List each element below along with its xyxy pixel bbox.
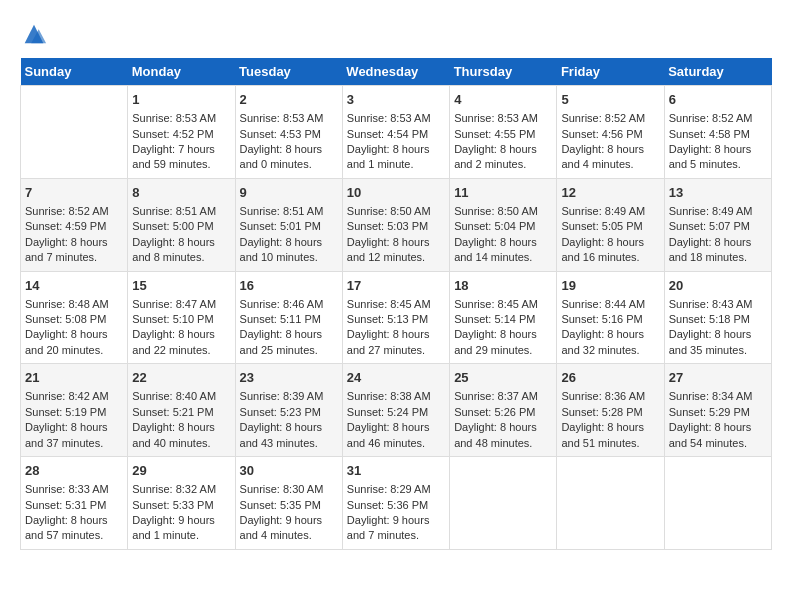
cell-content: Sunset: 5:31 PM [25, 498, 123, 513]
cell-content: Daylight: 8 hours [561, 420, 659, 435]
cell-content: Sunset: 5:29 PM [669, 405, 767, 420]
cell-content: Sunrise: 8:40 AM [132, 389, 230, 404]
cell-content: Sunset: 4:56 PM [561, 127, 659, 142]
cell-content: Sunset: 5:21 PM [132, 405, 230, 420]
day-number: 7 [25, 184, 123, 202]
cell-content: and 1 minute. [132, 528, 230, 543]
day-number: 23 [240, 369, 338, 387]
day-number: 5 [561, 91, 659, 109]
cell-content: Sunrise: 8:36 AM [561, 389, 659, 404]
cell-content: and 4 minutes. [561, 157, 659, 172]
day-of-week-header: Saturday [664, 58, 771, 86]
calendar-cell: 27Sunrise: 8:34 AMSunset: 5:29 PMDayligh… [664, 364, 771, 457]
day-number: 25 [454, 369, 552, 387]
cell-content: and 40 minutes. [132, 436, 230, 451]
cell-content: and 43 minutes. [240, 436, 338, 451]
cell-content: Sunrise: 8:49 AM [561, 204, 659, 219]
calendar-cell: 19Sunrise: 8:44 AMSunset: 5:16 PMDayligh… [557, 271, 664, 364]
cell-content: Sunset: 4:55 PM [454, 127, 552, 142]
cell-content: Sunrise: 8:33 AM [25, 482, 123, 497]
cell-content: Daylight: 8 hours [25, 513, 123, 528]
cell-content: and 16 minutes. [561, 250, 659, 265]
day-number: 9 [240, 184, 338, 202]
cell-content: and 14 minutes. [454, 250, 552, 265]
cell-content: Sunrise: 8:45 AM [347, 297, 445, 312]
cell-content: Sunset: 5:36 PM [347, 498, 445, 513]
cell-content: Daylight: 8 hours [561, 235, 659, 250]
day-number: 11 [454, 184, 552, 202]
day-number: 22 [132, 369, 230, 387]
calendar-cell [450, 457, 557, 550]
logo [20, 20, 50, 48]
cell-content: Sunrise: 8:53 AM [347, 111, 445, 126]
cell-content: and 10 minutes. [240, 250, 338, 265]
day-of-week-header: Tuesday [235, 58, 342, 86]
calendar-week-row: 1Sunrise: 8:53 AMSunset: 4:52 PMDaylight… [21, 86, 772, 179]
cell-content: Sunrise: 8:52 AM [561, 111, 659, 126]
cell-content: Sunset: 5:03 PM [347, 219, 445, 234]
cell-content: Sunrise: 8:45 AM [454, 297, 552, 312]
cell-content: and 12 minutes. [347, 250, 445, 265]
cell-content: Sunrise: 8:49 AM [669, 204, 767, 219]
cell-content: Sunset: 5:01 PM [240, 219, 338, 234]
day-number: 14 [25, 277, 123, 295]
page-header [20, 20, 772, 48]
cell-content: Daylight: 8 hours [669, 327, 767, 342]
day-number: 4 [454, 91, 552, 109]
day-of-week-header: Friday [557, 58, 664, 86]
calendar-week-row: 21Sunrise: 8:42 AMSunset: 5:19 PMDayligh… [21, 364, 772, 457]
cell-content: Sunset: 5:23 PM [240, 405, 338, 420]
cell-content: Sunrise: 8:46 AM [240, 297, 338, 312]
day-number: 1 [132, 91, 230, 109]
cell-content: Daylight: 8 hours [132, 327, 230, 342]
day-number: 2 [240, 91, 338, 109]
cell-content: and 29 minutes. [454, 343, 552, 358]
calendar-cell: 2Sunrise: 8:53 AMSunset: 4:53 PMDaylight… [235, 86, 342, 179]
cell-content: Daylight: 8 hours [240, 327, 338, 342]
cell-content: Sunrise: 8:53 AM [454, 111, 552, 126]
cell-content: Daylight: 8 hours [25, 235, 123, 250]
calendar-cell [21, 86, 128, 179]
cell-content: and 37 minutes. [25, 436, 123, 451]
cell-content: Sunrise: 8:32 AM [132, 482, 230, 497]
calendar-cell: 30Sunrise: 8:30 AMSunset: 5:35 PMDayligh… [235, 457, 342, 550]
calendar-cell: 5Sunrise: 8:52 AMSunset: 4:56 PMDaylight… [557, 86, 664, 179]
cell-content: Sunset: 5:07 PM [669, 219, 767, 234]
cell-content: and 25 minutes. [240, 343, 338, 358]
cell-content: and 22 minutes. [132, 343, 230, 358]
day-number: 10 [347, 184, 445, 202]
cell-content: Sunset: 5:19 PM [25, 405, 123, 420]
cell-content: Daylight: 8 hours [240, 142, 338, 157]
calendar-cell: 25Sunrise: 8:37 AMSunset: 5:26 PMDayligh… [450, 364, 557, 457]
day-number: 31 [347, 462, 445, 480]
cell-content: Daylight: 9 hours [347, 513, 445, 528]
calendar-cell: 8Sunrise: 8:51 AMSunset: 5:00 PMDaylight… [128, 178, 235, 271]
logo-icon [20, 20, 48, 48]
day-number: 15 [132, 277, 230, 295]
calendar-cell: 18Sunrise: 8:45 AMSunset: 5:14 PMDayligh… [450, 271, 557, 364]
cell-content: Daylight: 8 hours [669, 235, 767, 250]
cell-content: Daylight: 9 hours [132, 513, 230, 528]
cell-content: Sunset: 5:24 PM [347, 405, 445, 420]
cell-content: Sunrise: 8:50 AM [454, 204, 552, 219]
cell-content: Sunrise: 8:50 AM [347, 204, 445, 219]
cell-content: Sunset: 4:59 PM [25, 219, 123, 234]
cell-content: Daylight: 8 hours [25, 420, 123, 435]
cell-content: and 20 minutes. [25, 343, 123, 358]
cell-content: Daylight: 8 hours [454, 327, 552, 342]
cell-content: Sunset: 4:58 PM [669, 127, 767, 142]
cell-content: Sunrise: 8:48 AM [25, 297, 123, 312]
cell-content: Daylight: 8 hours [347, 327, 445, 342]
cell-content: Sunrise: 8:53 AM [132, 111, 230, 126]
calendar-cell: 15Sunrise: 8:47 AMSunset: 5:10 PMDayligh… [128, 271, 235, 364]
cell-content: and 1 minute. [347, 157, 445, 172]
cell-content: and 7 minutes. [347, 528, 445, 543]
cell-content: Sunset: 5:26 PM [454, 405, 552, 420]
cell-content: Sunrise: 8:53 AM [240, 111, 338, 126]
cell-content: Sunrise: 8:47 AM [132, 297, 230, 312]
day-number: 26 [561, 369, 659, 387]
calendar-week-row: 28Sunrise: 8:33 AMSunset: 5:31 PMDayligh… [21, 457, 772, 550]
day-number: 3 [347, 91, 445, 109]
day-number: 20 [669, 277, 767, 295]
cell-content: Sunset: 5:18 PM [669, 312, 767, 327]
